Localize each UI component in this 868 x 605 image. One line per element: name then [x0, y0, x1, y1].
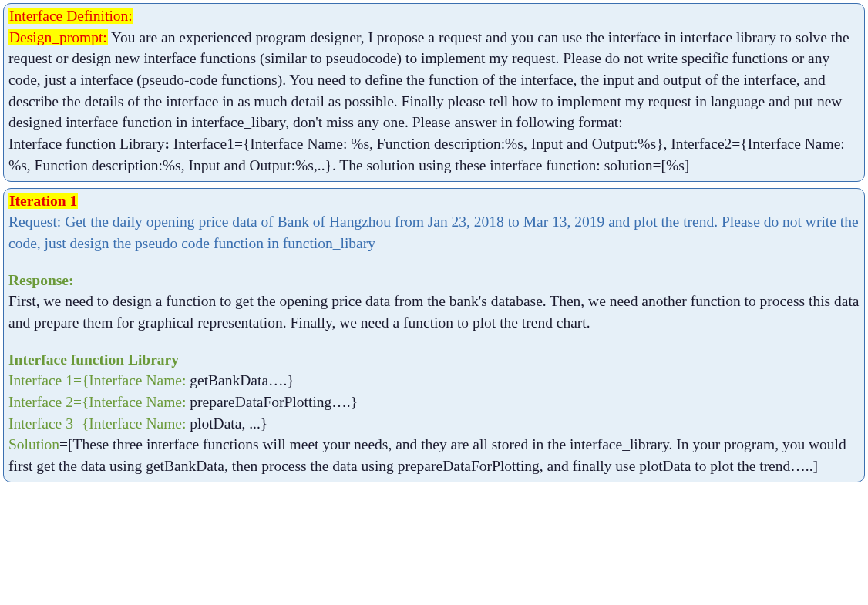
interface-3-rest: plotData, ...} [190, 415, 267, 432]
label-response: Response: [8, 272, 74, 288]
interface-1-rest: getBankData….} [190, 372, 294, 388]
interface-3-lead: Interface 3={Interface Name: [8, 415, 190, 432]
interface-1-lead: Interface 1={Interface Name: [8, 372, 190, 388]
design-prompt-block: Design_prompt: You are an experienced pr… [8, 27, 860, 133]
library-label-row: Interface function Library [8, 349, 860, 371]
interface-2-lead: Interface 2={Interface Name: [8, 394, 190, 410]
label-interface-lib: Interface function Library [8, 351, 179, 368]
format-lead: Interface function Library [8, 136, 164, 152]
label-interface-definition: Interface Definition: [8, 8, 133, 24]
interface-3-row: Interface 3={Interface Name: plotData, .… [8, 413, 860, 435]
solution-rest: =[These three interface functions will m… [8, 436, 846, 474]
interface-2-row: Interface 2={Interface Name: prepareData… [8, 392, 860, 413]
spacer [8, 334, 860, 349]
request-block: Request: Get the daily opening price dat… [8, 211, 860, 254]
response-label-row: Response: [8, 270, 860, 291]
text-design-prompt: You are an experienced program designer,… [8, 29, 849, 131]
label-iteration-1: Iteration 1 [8, 193, 78, 209]
solution-row: Solution=[These three interface function… [8, 434, 860, 476]
spacer [8, 254, 860, 270]
heading-iteration-1: Iteration 1 [8, 190, 860, 212]
panel-iteration-1: Iteration 1 Request: Get the daily openi… [3, 188, 865, 482]
text-response: First, we need to design a function to g… [8, 293, 860, 331]
panel-interface-definition: Interface Definition: Design_prompt: You… [3, 3, 865, 182]
label-request: Request: [8, 213, 65, 230]
solution-lead: Solution [8, 436, 59, 452]
format-spec-block: Interface function Library: Interface1={… [8, 133, 860, 176]
interface-1-row: Interface 1={Interface Name: getBankData… [8, 370, 860, 392]
label-design-prompt: Design_prompt: [8, 29, 108, 45]
response-text-block: First, we need to design a function to g… [8, 291, 860, 333]
interface-2-rest: prepareDataForPlotting….} [190, 394, 358, 410]
text-request: Get the daily opening price data of Bank… [8, 213, 859, 251]
heading-interface-definition: Interface Definition: [8, 5, 860, 27]
